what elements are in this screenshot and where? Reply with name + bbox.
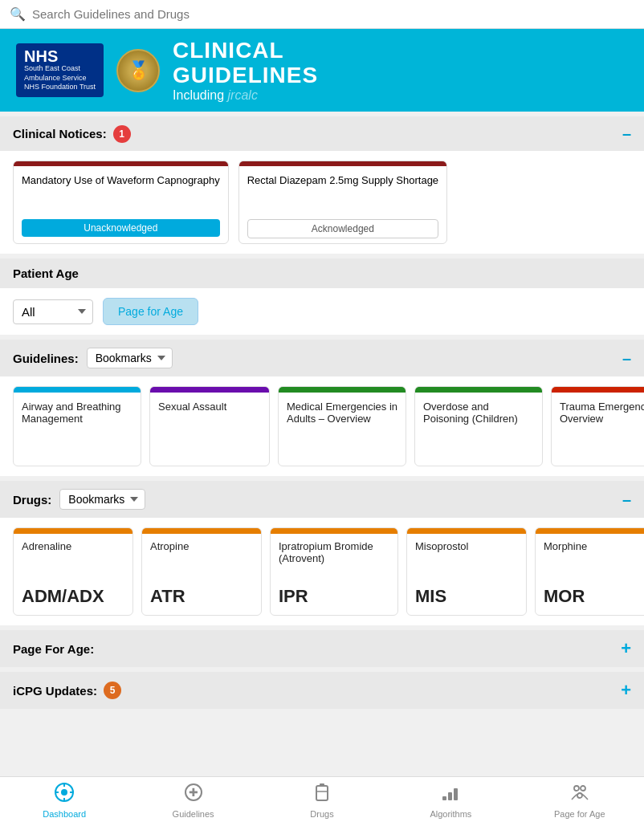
nav-dashboard-label: Dashboard	[43, 809, 86, 819]
icpg-updates-plus[interactable]: +	[621, 680, 631, 701]
nav-drugs[interactable]: Drugs	[290, 782, 354, 819]
page-for-age-plus[interactable]: +	[621, 638, 631, 659]
notice-card-1[interactable]: Mandatory Use of Waveform Capnography Un…	[13, 161, 229, 244]
age-select[interactable]: All Adult Child Infant	[13, 299, 93, 324]
search-icon: 🔍	[10, 6, 26, 22]
drug-name-2: Atropine	[142, 534, 261, 583]
icpg-updates-section: iCPG Updates: 5 +	[0, 672, 644, 709]
drug-abbr-1: ADM/ADX	[14, 583, 132, 615]
drugs-nav-icon	[312, 782, 332, 808]
drug-abbr-3: IPR	[271, 583, 397, 615]
search-input[interactable]	[32, 7, 634, 21]
page-for-age-button[interactable]: Page for Age	[103, 298, 198, 325]
drugs-section: Drugs: Bookmarks All Recent – Adrenaline…	[0, 481, 644, 625]
clinical-notices-label: Clinical Notices:	[13, 127, 107, 140]
guideline-stripe-5	[552, 387, 644, 393]
nav-page-for-age[interactable]: Page for Age	[548, 782, 612, 819]
nav-algorithms[interactable]: Algorithms	[418, 782, 483, 819]
svg-point-14	[574, 786, 579, 791]
app-header: NHS South East Coast Ambulance Service N…	[0, 29, 644, 112]
drug-abbr-5: MOR	[536, 583, 644, 615]
guidelines-header: Guidelines: Bookmarks All Recent –	[0, 340, 644, 376]
clinical-notices-collapse[interactable]: –	[622, 124, 631, 143]
bottom-navigation: Dashboard ✚ Guidelines Drugs	[0, 776, 644, 822]
drug-stripe-3	[271, 528, 397, 534]
guideline-card-overdose[interactable]: Overdose and Poisoning (Children)	[414, 386, 543, 466]
drug-stripe-1	[14, 528, 132, 534]
guideline-text-2: Sexual Assault	[150, 393, 269, 466]
notice-text-2: Rectal Diazepam 2.5mg Supply Shortage	[239, 166, 446, 214]
guideline-card-trauma[interactable]: Trauma Emergency Overview	[551, 386, 644, 466]
drugs-collapse[interactable]: –	[622, 490, 631, 509]
drug-stripe-4	[407, 528, 526, 534]
page-for-age-nav-icon	[569, 782, 590, 808]
guideline-stripe-1	[14, 387, 141, 393]
patient-age-body: All Adult Child Infant Page for Age	[0, 288, 644, 335]
unacknowledged-button-1[interactable]: Unacknowledged	[22, 219, 220, 237]
svg-text:✚: ✚	[189, 786, 198, 799]
drug-stripe-2	[142, 528, 261, 534]
nav-drugs-label: Drugs	[310, 809, 333, 819]
nav-dashboard[interactable]: Dashboard	[32, 782, 96, 819]
drug-card-adrenaline[interactable]: Adrenaline ADM/ADX	[13, 527, 133, 616]
svg-rect-12	[448, 792, 452, 800]
app-title: CLINICAL GUIDELINES Including jrcalc	[173, 39, 318, 102]
drug-abbr-2: ATR	[142, 583, 261, 615]
drugs-cards: Adrenaline ADM/ADX Atropine ATR Ipratrop…	[0, 518, 644, 625]
dashboard-icon	[54, 782, 75, 808]
nav-page-for-age-label: Page for Age	[554, 809, 605, 819]
svg-point-1	[61, 789, 67, 796]
icpg-updates-header: iCPG Updates: 5 +	[0, 672, 644, 709]
guideline-text-3: Medical Emergencies in Adults – Overview	[279, 393, 406, 466]
icpg-updates-label: iCPG Updates:	[13, 684, 97, 698]
page-for-age-section: Page For Age: +	[0, 630, 644, 667]
guidelines-dropdown[interactable]: Bookmarks All Recent	[87, 348, 173, 368]
drug-name-5: Morphine	[536, 534, 644, 583]
guideline-stripe-2	[150, 387, 269, 393]
drug-name-3: Ipratropium Bromide (Atrovent)	[271, 534, 397, 583]
icpg-updates-badge: 5	[104, 682, 121, 699]
guideline-text-5: Trauma Emergency Overview	[552, 393, 644, 466]
guidelines-cards: Airway and Breathing Management Sexual A…	[0, 376, 644, 476]
drugs-header: Drugs: Bookmarks All Recent –	[0, 481, 644, 518]
drugs-dropdown[interactable]: Bookmarks All Recent	[59, 489, 145, 510]
drug-card-morphine[interactable]: Morphine MOR	[535, 527, 644, 616]
page-for-age-header: Page For Age: +	[0, 630, 644, 667]
guideline-card-sexual-assault[interactable]: Sexual Assault	[149, 386, 270, 466]
guideline-card-medical-emergencies[interactable]: Medical Emergencies in Adults – Overview	[278, 386, 406, 466]
notice-card-2[interactable]: Rectal Diazepam 2.5mg Supply Shortage Ac…	[238, 161, 447, 244]
guideline-stripe-3	[279, 387, 406, 393]
algorithms-nav-icon	[440, 782, 461, 808]
svg-rect-9	[316, 786, 328, 800]
clinical-notices-section: Clinical Notices: 1 – Mandatory Use of W…	[0, 116, 644, 254]
drug-stripe-5	[536, 528, 644, 534]
drug-card-atropine[interactable]: Atropine ATR	[141, 527, 262, 616]
patient-age-header: Patient Age	[0, 258, 644, 288]
page-for-age-label: Page For Age:	[13, 642, 94, 656]
drug-card-misoprostol[interactable]: Misoprostol MIS	[406, 527, 527, 616]
patient-age-label: Patient Age	[13, 267, 79, 280]
guideline-text-1: Airway and Breathing Management	[14, 393, 141, 466]
nav-guidelines[interactable]: ✚ Guidelines	[161, 782, 226, 819]
patient-age-section: Patient Age All Adult Child Infant Page …	[0, 258, 644, 335]
nav-guidelines-label: Guidelines	[173, 809, 214, 819]
clinical-notices-badge: 1	[113, 125, 131, 143]
guidelines-label: Guidelines:	[13, 352, 79, 365]
drug-abbr-4: MIS	[407, 583, 526, 615]
nhs-logo: NHS South East Coast Ambulance Service N…	[16, 43, 104, 97]
drug-card-ipratropium[interactable]: Ipratropium Bromide (Atrovent) IPR	[270, 527, 398, 616]
guideline-card-airway[interactable]: Airway and Breathing Management	[13, 386, 141, 466]
notices-list: Mandatory Use of Waveform Capnography Un…	[0, 151, 644, 254]
crest-emblem: 🏅	[116, 49, 160, 92]
nav-algorithms-label: Algorithms	[430, 809, 471, 819]
guideline-stripe-4	[415, 387, 542, 393]
guidelines-section: Guidelines: Bookmarks All Recent – Airwa…	[0, 340, 644, 476]
guideline-text-4: Overdose and Poisoning (Children)	[415, 393, 542, 466]
search-bar: 🔍	[0, 0, 644, 29]
drug-name-4: Misoprostol	[407, 534, 526, 583]
clinical-notices-header: Clinical Notices: 1 –	[0, 116, 644, 151]
drugs-label: Drugs:	[13, 493, 51, 507]
svg-rect-13	[454, 788, 458, 800]
guidelines-collapse[interactable]: –	[622, 349, 631, 368]
acknowledged-button-2[interactable]: Acknowledged	[247, 219, 438, 238]
